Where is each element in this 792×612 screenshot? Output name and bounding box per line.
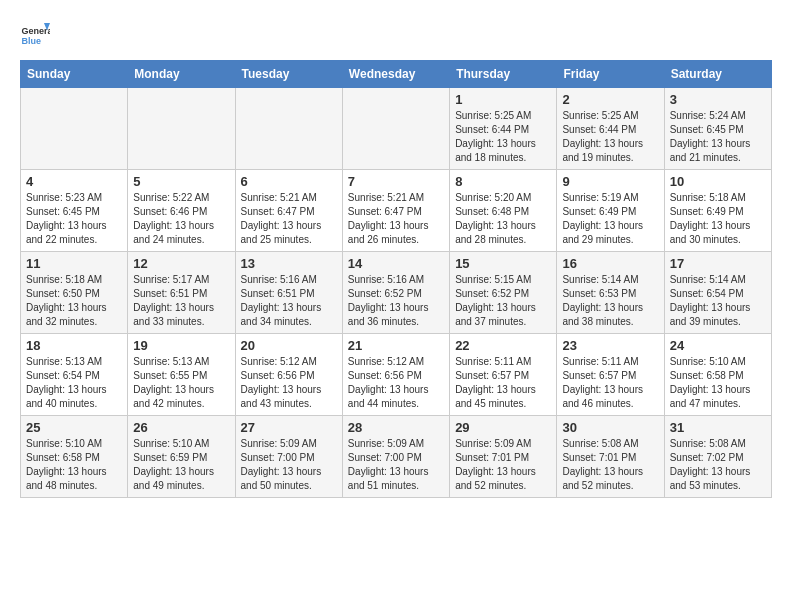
calendar-cell: 15Sunrise: 5:15 AM Sunset: 6:52 PM Dayli…: [450, 252, 557, 334]
calendar-cell: 26Sunrise: 5:10 AM Sunset: 6:59 PM Dayli…: [128, 416, 235, 498]
calendar-cell: 25Sunrise: 5:10 AM Sunset: 6:58 PM Dayli…: [21, 416, 128, 498]
day-info: Sunrise: 5:25 AM Sunset: 6:44 PM Dayligh…: [562, 109, 658, 165]
page-header: GeneralBlue: [20, 20, 772, 50]
svg-text:Blue: Blue: [22, 36, 42, 46]
day-number: 2: [562, 92, 658, 107]
day-info: Sunrise: 5:24 AM Sunset: 6:45 PM Dayligh…: [670, 109, 766, 165]
weekday-header-thursday: Thursday: [450, 61, 557, 88]
calendar-cell: 2Sunrise: 5:25 AM Sunset: 6:44 PM Daylig…: [557, 88, 664, 170]
day-number: 17: [670, 256, 766, 271]
calendar-cell: 3Sunrise: 5:24 AM Sunset: 6:45 PM Daylig…: [664, 88, 771, 170]
day-info: Sunrise: 5:23 AM Sunset: 6:45 PM Dayligh…: [26, 191, 122, 247]
calendar-cell: [21, 88, 128, 170]
calendar-cell: 31Sunrise: 5:08 AM Sunset: 7:02 PM Dayli…: [664, 416, 771, 498]
day-info: Sunrise: 5:16 AM Sunset: 6:51 PM Dayligh…: [241, 273, 337, 329]
calendar-cell: 13Sunrise: 5:16 AM Sunset: 6:51 PM Dayli…: [235, 252, 342, 334]
day-number: 12: [133, 256, 229, 271]
day-number: 9: [562, 174, 658, 189]
day-number: 19: [133, 338, 229, 353]
day-info: Sunrise: 5:08 AM Sunset: 7:01 PM Dayligh…: [562, 437, 658, 493]
day-info: Sunrise: 5:18 AM Sunset: 6:49 PM Dayligh…: [670, 191, 766, 247]
logo-icon: GeneralBlue: [20, 20, 50, 50]
day-number: 30: [562, 420, 658, 435]
day-number: 4: [26, 174, 122, 189]
calendar-cell: [128, 88, 235, 170]
day-info: Sunrise: 5:11 AM Sunset: 6:57 PM Dayligh…: [562, 355, 658, 411]
day-number: 15: [455, 256, 551, 271]
day-number: 31: [670, 420, 766, 435]
day-number: 5: [133, 174, 229, 189]
calendar-cell: 24Sunrise: 5:10 AM Sunset: 6:58 PM Dayli…: [664, 334, 771, 416]
calendar-cell: 21Sunrise: 5:12 AM Sunset: 6:56 PM Dayli…: [342, 334, 449, 416]
weekday-header-wednesday: Wednesday: [342, 61, 449, 88]
day-info: Sunrise: 5:19 AM Sunset: 6:49 PM Dayligh…: [562, 191, 658, 247]
calendar-cell: [342, 88, 449, 170]
day-info: Sunrise: 5:10 AM Sunset: 6:58 PM Dayligh…: [670, 355, 766, 411]
day-info: Sunrise: 5:08 AM Sunset: 7:02 PM Dayligh…: [670, 437, 766, 493]
day-info: Sunrise: 5:10 AM Sunset: 6:59 PM Dayligh…: [133, 437, 229, 493]
calendar-cell: 10Sunrise: 5:18 AM Sunset: 6:49 PM Dayli…: [664, 170, 771, 252]
calendar-cell: 8Sunrise: 5:20 AM Sunset: 6:48 PM Daylig…: [450, 170, 557, 252]
day-info: Sunrise: 5:18 AM Sunset: 6:50 PM Dayligh…: [26, 273, 122, 329]
calendar-cell: 30Sunrise: 5:08 AM Sunset: 7:01 PM Dayli…: [557, 416, 664, 498]
day-number: 3: [670, 92, 766, 107]
day-number: 24: [670, 338, 766, 353]
calendar-cell: 9Sunrise: 5:19 AM Sunset: 6:49 PM Daylig…: [557, 170, 664, 252]
calendar-cell: 29Sunrise: 5:09 AM Sunset: 7:01 PM Dayli…: [450, 416, 557, 498]
day-info: Sunrise: 5:21 AM Sunset: 6:47 PM Dayligh…: [348, 191, 444, 247]
day-info: Sunrise: 5:12 AM Sunset: 6:56 PM Dayligh…: [241, 355, 337, 411]
day-number: 11: [26, 256, 122, 271]
day-number: 10: [670, 174, 766, 189]
calendar-cell: 11Sunrise: 5:18 AM Sunset: 6:50 PM Dayli…: [21, 252, 128, 334]
calendar-cell: 16Sunrise: 5:14 AM Sunset: 6:53 PM Dayli…: [557, 252, 664, 334]
day-info: Sunrise: 5:14 AM Sunset: 6:53 PM Dayligh…: [562, 273, 658, 329]
day-number: 6: [241, 174, 337, 189]
calendar-cell: 22Sunrise: 5:11 AM Sunset: 6:57 PM Dayli…: [450, 334, 557, 416]
day-number: 7: [348, 174, 444, 189]
calendar-cell: 18Sunrise: 5:13 AM Sunset: 6:54 PM Dayli…: [21, 334, 128, 416]
day-info: Sunrise: 5:12 AM Sunset: 6:56 PM Dayligh…: [348, 355, 444, 411]
day-number: 23: [562, 338, 658, 353]
day-number: 8: [455, 174, 551, 189]
day-info: Sunrise: 5:25 AM Sunset: 6:44 PM Dayligh…: [455, 109, 551, 165]
day-number: 25: [26, 420, 122, 435]
day-info: Sunrise: 5:09 AM Sunset: 7:01 PM Dayligh…: [455, 437, 551, 493]
day-number: 13: [241, 256, 337, 271]
day-info: Sunrise: 5:15 AM Sunset: 6:52 PM Dayligh…: [455, 273, 551, 329]
weekday-header-monday: Monday: [128, 61, 235, 88]
calendar-cell: 1Sunrise: 5:25 AM Sunset: 6:44 PM Daylig…: [450, 88, 557, 170]
day-number: 27: [241, 420, 337, 435]
day-info: Sunrise: 5:09 AM Sunset: 7:00 PM Dayligh…: [241, 437, 337, 493]
calendar-cell: 14Sunrise: 5:16 AM Sunset: 6:52 PM Dayli…: [342, 252, 449, 334]
weekday-header-tuesday: Tuesday: [235, 61, 342, 88]
day-number: 1: [455, 92, 551, 107]
day-number: 14: [348, 256, 444, 271]
calendar-week-2: 4Sunrise: 5:23 AM Sunset: 6:45 PM Daylig…: [21, 170, 772, 252]
calendar-cell: 17Sunrise: 5:14 AM Sunset: 6:54 PM Dayli…: [664, 252, 771, 334]
day-info: Sunrise: 5:09 AM Sunset: 7:00 PM Dayligh…: [348, 437, 444, 493]
calendar-week-4: 18Sunrise: 5:13 AM Sunset: 6:54 PM Dayli…: [21, 334, 772, 416]
day-number: 28: [348, 420, 444, 435]
day-info: Sunrise: 5:13 AM Sunset: 6:54 PM Dayligh…: [26, 355, 122, 411]
calendar-cell: 7Sunrise: 5:21 AM Sunset: 6:47 PM Daylig…: [342, 170, 449, 252]
day-info: Sunrise: 5:11 AM Sunset: 6:57 PM Dayligh…: [455, 355, 551, 411]
day-info: Sunrise: 5:10 AM Sunset: 6:58 PM Dayligh…: [26, 437, 122, 493]
day-number: 16: [562, 256, 658, 271]
day-info: Sunrise: 5:17 AM Sunset: 6:51 PM Dayligh…: [133, 273, 229, 329]
calendar-week-3: 11Sunrise: 5:18 AM Sunset: 6:50 PM Dayli…: [21, 252, 772, 334]
day-info: Sunrise: 5:20 AM Sunset: 6:48 PM Dayligh…: [455, 191, 551, 247]
calendar-cell: 27Sunrise: 5:09 AM Sunset: 7:00 PM Dayli…: [235, 416, 342, 498]
calendar-cell: 6Sunrise: 5:21 AM Sunset: 6:47 PM Daylig…: [235, 170, 342, 252]
calendar-cell: 4Sunrise: 5:23 AM Sunset: 6:45 PM Daylig…: [21, 170, 128, 252]
day-info: Sunrise: 5:16 AM Sunset: 6:52 PM Dayligh…: [348, 273, 444, 329]
calendar-cell: [235, 88, 342, 170]
day-info: Sunrise: 5:21 AM Sunset: 6:47 PM Dayligh…: [241, 191, 337, 247]
calendar-week-5: 25Sunrise: 5:10 AM Sunset: 6:58 PM Dayli…: [21, 416, 772, 498]
day-number: 21: [348, 338, 444, 353]
calendar-cell: 23Sunrise: 5:11 AM Sunset: 6:57 PM Dayli…: [557, 334, 664, 416]
calendar-cell: 28Sunrise: 5:09 AM Sunset: 7:00 PM Dayli…: [342, 416, 449, 498]
calendar-cell: 19Sunrise: 5:13 AM Sunset: 6:55 PM Dayli…: [128, 334, 235, 416]
calendar-cell: 5Sunrise: 5:22 AM Sunset: 6:46 PM Daylig…: [128, 170, 235, 252]
day-number: 22: [455, 338, 551, 353]
calendar-cell: 12Sunrise: 5:17 AM Sunset: 6:51 PM Dayli…: [128, 252, 235, 334]
